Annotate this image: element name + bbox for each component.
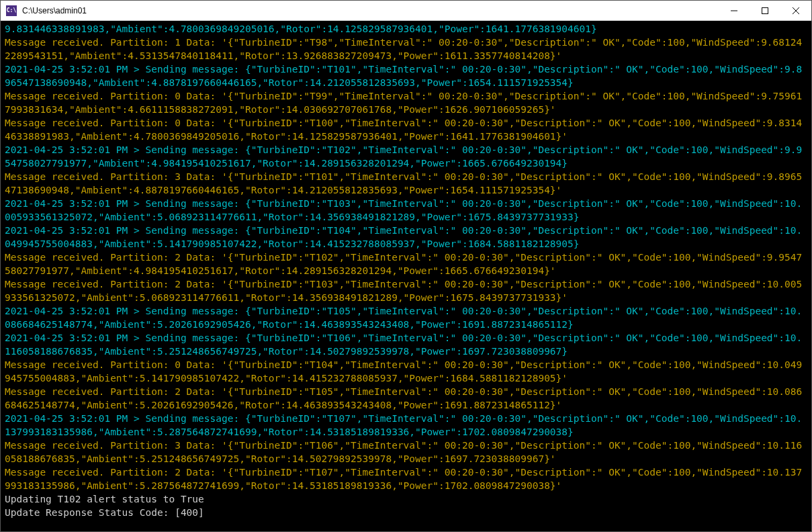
minimize-button[interactable] bbox=[719, 1, 750, 21]
close-icon bbox=[793, 7, 799, 14]
terminal-line: Message received. Partition: 0 Data: '{"… bbox=[5, 89, 807, 116]
svg-rect-1 bbox=[762, 7, 768, 13]
minimize-icon bbox=[731, 7, 737, 14]
terminal-line: Update Response Status Code: [400] bbox=[5, 506, 807, 519]
terminal-line: 2021-04-25 3:52:01 PM > Sending message:… bbox=[5, 304, 807, 331]
terminal-line: Message received. Partition: 2 Data: '{"… bbox=[5, 385, 807, 412]
terminal-line: Message received. Partition: 3 Data: '{"… bbox=[5, 439, 807, 466]
terminal-line: Message received. Partition: 1 Data: '{"… bbox=[5, 36, 807, 62]
terminal-line: 2021-04-25 3:52:01 PM > Sending message:… bbox=[5, 224, 807, 251]
terminal-line: Message received. Partition: 2 Data: '{"… bbox=[5, 277, 807, 304]
terminal-line: Message received. Partition: 0 Data: '{"… bbox=[5, 116, 807, 143]
terminal-line: 2021-04-25 3:52:01 PM > Sending message:… bbox=[5, 412, 807, 439]
terminal-line: 2021-04-25 3:52:01 PM > Sending message:… bbox=[5, 331, 807, 358]
maximize-icon bbox=[762, 7, 768, 14]
terminal-line: Message received. Partition: 2 Data: '{"… bbox=[5, 466, 807, 492]
terminal-line: Message received. Partition: 0 Data: '{"… bbox=[5, 358, 807, 385]
app-icon: C:\ bbox=[6, 5, 17, 16]
terminal-line: 2021-04-25 3:52:01 PM > Sending message:… bbox=[5, 197, 807, 224]
terminal-line: Message received. Partition: 2 Data: '{"… bbox=[5, 251, 807, 277]
terminal-line: Message received. Partition: 3 Data: '{"… bbox=[5, 170, 807, 197]
maximize-button[interactable] bbox=[750, 1, 780, 21]
close-button[interactable] bbox=[780, 1, 811, 21]
window-frame: C:\ C:\Users\admin01 9.831446338891983,"… bbox=[0, 0, 812, 532]
terminal-output[interactable]: 9.831446338891983,"Ambient":4.7800369849… bbox=[1, 21, 811, 531]
terminal-line: 9.831446338891983,"Ambient":4.7800369849… bbox=[5, 22, 807, 36]
window-controls bbox=[719, 1, 811, 21]
window-title: C:\Users\admin01 bbox=[22, 6, 719, 15]
titlebar[interactable]: C:\ C:\Users\admin01 bbox=[1, 1, 811, 21]
terminal-line: 2021-04-25 3:52:01 PM > Sending message:… bbox=[5, 62, 807, 89]
terminal-line: 2021-04-25 3:52:01 PM > Sending message:… bbox=[5, 143, 807, 170]
terminal-line: Updating T102 alert status to True bbox=[5, 492, 807, 506]
